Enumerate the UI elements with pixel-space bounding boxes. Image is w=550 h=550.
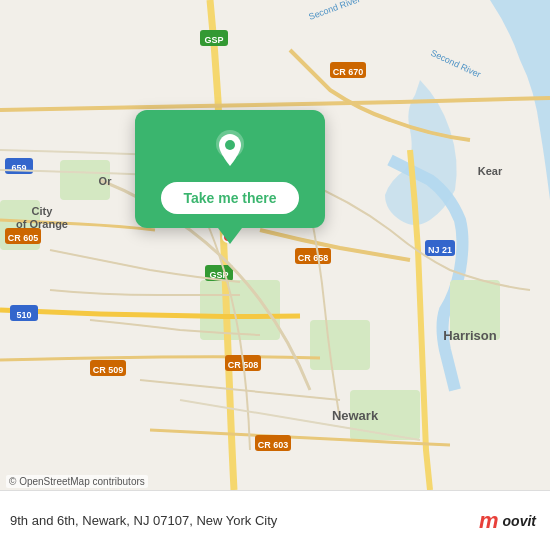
svg-text:CR 658: CR 658 [298, 253, 329, 263]
location-pin-icon [208, 128, 252, 172]
svg-text:CR 509: CR 509 [93, 365, 124, 375]
moovit-m-letter: m [479, 510, 499, 532]
svg-text:Newark: Newark [332, 408, 379, 423]
popup-card: Take me there [135, 110, 325, 228]
moovit-logo: moovit [479, 510, 536, 532]
svg-text:NJ 21: NJ 21 [428, 245, 452, 255]
svg-text:CR 603: CR 603 [258, 440, 289, 450]
svg-text:510: 510 [16, 310, 31, 320]
svg-point-39 [225, 140, 235, 150]
svg-text:Harrison: Harrison [443, 328, 497, 343]
svg-text:Kear: Kear [478, 165, 503, 177]
svg-text:Or: Or [99, 175, 113, 187]
map-svg: GSP GSP NJ 21 510 CR 670 CR 658 CR 605 C… [0, 0, 550, 490]
moovit-word: oovit [503, 513, 536, 529]
svg-text:of Orange: of Orange [16, 218, 68, 230]
svg-text:CR 670: CR 670 [333, 67, 364, 77]
svg-rect-2 [310, 320, 370, 370]
svg-text:GSP: GSP [204, 35, 223, 45]
take-me-there-button[interactable]: Take me there [161, 182, 298, 214]
location-text: 9th and 6th, Newark, NJ 07107, New York … [10, 513, 479, 528]
svg-text:CR 605: CR 605 [8, 233, 39, 243]
map-attribution: © OpenStreetMap contributors [6, 475, 148, 488]
svg-text:City: City [32, 205, 54, 217]
bottom-bar: 9th and 6th, Newark, NJ 07107, New York … [0, 490, 550, 550]
map-view: GSP GSP NJ 21 510 CR 670 CR 658 CR 605 C… [0, 0, 550, 490]
